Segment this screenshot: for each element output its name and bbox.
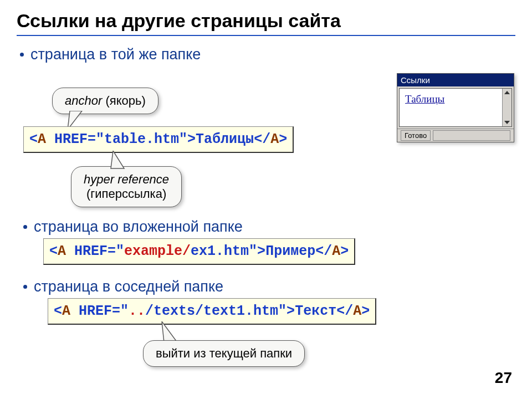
code3-lt2: </ — [336, 303, 353, 319]
bullet-3-text: страница в соседней папке — [34, 278, 223, 295]
code-example-2: <A HREF="example/ex1.htm">Пример</A> — [43, 238, 355, 265]
callout-hyper-tail-icon — [109, 151, 135, 170]
bullet-1-text: страница в той же папке — [30, 46, 201, 63]
code2-lt: < — [49, 243, 58, 259]
mini-browser-status-spacer — [433, 130, 510, 141]
code2-gt2: > — [340, 243, 349, 259]
page-number: 27 — [495, 369, 512, 387]
code1-tag-a-close: A — [270, 131, 279, 147]
callout-anchor: anchor (якорь) — [52, 88, 158, 114]
callout-anchor-plain: (якорь) — [102, 94, 145, 108]
svg-marker-2 — [162, 321, 177, 342]
code3-gt2: > — [361, 303, 370, 319]
code3-dots: .. — [129, 303, 145, 319]
code3-tag-a: A — [62, 303, 70, 319]
code1-tag-a: A — [38, 131, 46, 147]
mini-browser-statusbar: Готово — [397, 129, 514, 142]
svg-marker-1 — [111, 151, 124, 168]
bullet-3: страница в соседней папке — [23, 278, 223, 295]
title-underline — [17, 35, 515, 36]
bullet-dot-icon — [23, 285, 27, 289]
mini-browser-link[interactable]: Таблицы — [405, 93, 444, 105]
code3-lt: < — [54, 303, 62, 319]
code-example-1: <A HREF="table.htm">Таблицы</A> — [23, 126, 294, 153]
bullet-2-text: страница во вложенной папке — [34, 218, 243, 236]
code3-rest: /texts/text1.htm"> — [145, 303, 295, 319]
code2-href: HREF=" — [66, 243, 124, 259]
code2-linktext: Пример — [265, 243, 315, 259]
code1-gt: > — [187, 131, 196, 147]
code2-rest: ex1.htm"> — [191, 243, 265, 259]
bullet-2: страница во вложенной папке — [23, 218, 243, 236]
callout-exit-text: выйти из текущей папки — [156, 346, 292, 360]
code3-linktext: Текст — [295, 303, 336, 319]
mini-browser-body: Таблицы — [399, 88, 512, 127]
mini-browser-status-text: Готово — [401, 130, 431, 141]
code1-lt: < — [29, 131, 38, 147]
code1-lt2: </ — [254, 131, 270, 147]
callout-anchor-italic: anchor — [65, 94, 102, 108]
mini-browser-scrollbar[interactable] — [502, 89, 511, 126]
code1-gt2: > — [279, 131, 287, 147]
bullet-1: страница в той же папке — [20, 46, 515, 63]
callout-hyper-italic: hyper reference — [84, 172, 169, 187]
callout-exit: выйти из текущей папки — [143, 340, 305, 367]
bullet-dot-icon — [23, 225, 27, 229]
mini-browser-titlebar: Ссылки — [397, 74, 514, 86]
code2-lt2: </ — [315, 243, 332, 259]
code-example-3: <A HREF="../texts/text1.htm">Текст</A> — [48, 298, 376, 325]
slide-title: Ссылки на другие страницы сайта — [17, 10, 515, 32]
code2-tag-a-close: A — [332, 243, 340, 259]
code3-tag-a-close: A — [353, 303, 361, 319]
mini-browser-window: Ссылки Таблицы Готово — [397, 73, 514, 142]
code1-linktext: Таблицы — [196, 131, 254, 147]
callout-hyper-plain: (гиперссылка) — [84, 187, 169, 201]
code3-href: HREF=" — [70, 303, 129, 319]
code1-url: "table.htm" — [96, 131, 187, 147]
callout-hyper: hyper reference (гиперссылка) — [71, 166, 182, 207]
code2-tag-a: A — [58, 243, 66, 259]
code2-folder: example/ — [124, 243, 191, 259]
bullet-dot-icon — [20, 53, 24, 57]
code1-href: HREF= — [46, 131, 96, 147]
